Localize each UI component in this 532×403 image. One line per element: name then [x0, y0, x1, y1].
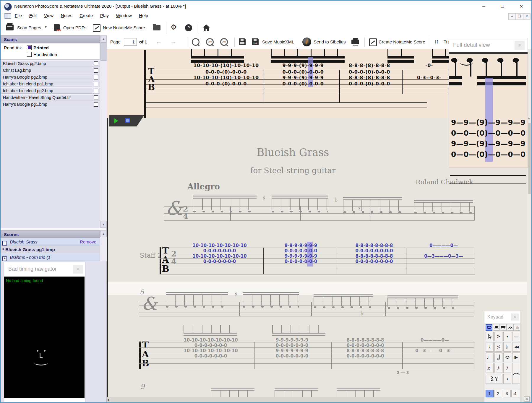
menu-play[interactable]: Play	[97, 12, 112, 19]
scroll-down-icon[interactable]: ▼	[100, 221, 107, 228]
scan-file-checkbox[interactable]	[94, 102, 98, 107]
scroll-up-icon[interactable]: ▲	[528, 116, 530, 119]
keypad-sharp-button[interactable]: ♯	[494, 342, 502, 352]
score-name[interactable]: Blueish Grass	[10, 239, 37, 244]
score-item-row[interactable]: + Brahms - horn trio (1	[1, 254, 100, 261]
keypad-page-1[interactable]: 1	[486, 390, 494, 397]
save-xml-icon[interactable]	[252, 38, 259, 45]
scan-file-row[interactable]: Ich aber bin elend pg2.bmp	[1, 87, 100, 94]
child-restore-button[interactable]: ❐	[516, 13, 523, 20]
menu-view[interactable]: View	[41, 12, 56, 19]
menu-notes[interactable]: Notes	[58, 12, 75, 19]
send-to-sibelius-button[interactable]: Send to Sibelius	[314, 39, 346, 44]
close-icon[interactable]: ✕	[515, 41, 525, 50]
scroll-up-icon[interactable]: ▲	[100, 35, 107, 42]
scans-scrollbar[interactable]: ▲ ▼	[100, 35, 107, 228]
remove-link[interactable]: Remove	[80, 238, 96, 246]
new-notateme-score-button[interactable]: New NotateMe Score	[103, 25, 145, 30]
transpose-icon[interactable]: ↓↑	[434, 38, 438, 45]
open-pdfs-button[interactable]: Open PDFs	[63, 25, 86, 30]
stop-icon[interactable]	[125, 118, 130, 123]
keypad-eighth-note-flag-button[interactable]: ♪	[494, 363, 502, 373]
scan-file-row[interactable]: Ich aber bin elend pg1.bmp	[1, 81, 100, 87]
scan-file-checkbox[interactable]	[94, 89, 98, 93]
help-icon[interactable]: ?	[185, 24, 192, 31]
scan-file-row[interactable]: Christ Lag.bmp	[1, 67, 100, 73]
keypad-sixteenth-note-button[interactable]: ♬	[486, 363, 494, 373]
keypad-whole-note-button[interactable]	[503, 352, 511, 362]
scan-file-checkbox[interactable]	[94, 82, 98, 86]
menu-help[interactable]: Help	[136, 12, 151, 19]
scores-scrollbar[interactable]: ▲	[100, 230, 107, 261]
scan-file-checkbox[interactable]	[94, 68, 98, 73]
keypad-rewind-button[interactable]: ◀◀	[512, 342, 520, 352]
keypad-page-3[interactable]: 3	[503, 390, 511, 397]
close-icon[interactable]: ✕	[73, 265, 83, 274]
scan-pages-button[interactable]: Scan Pages	[17, 25, 41, 30]
score-page-row-selected[interactable]: * Blueish Grass pg1.bmp	[1, 246, 100, 253]
keypad-natural-button[interactable]: ♮	[486, 342, 494, 352]
scan-file-row[interactable]: Harry's Boogie pg1.bmp	[1, 101, 100, 107]
keypad-eighth-note-button[interactable]: ♪	[503, 363, 511, 373]
next-page-icon[interactable]: →	[170, 38, 177, 46]
menu-file[interactable]: File	[12, 12, 25, 19]
keypad-tie-button[interactable]	[512, 363, 520, 384]
home-icon[interactable]	[203, 25, 210, 31]
open-folder-icon[interactable]	[153, 25, 160, 30]
child-close-button[interactable]: ×	[523, 13, 531, 20]
vertical-scrollbar[interactable]: ▲	[527, 49, 531, 398]
keypad-tab-beams-icon[interactable]	[500, 324, 507, 331]
scrollbar-thumb[interactable]	[528, 123, 531, 194]
keypad-accent-button[interactable]: >	[494, 332, 502, 341]
keypad-dot-button[interactable]: •	[503, 374, 511, 384]
scan-file-checkbox[interactable]	[94, 95, 98, 100]
scrollbar-thumb[interactable]	[100, 42, 107, 61]
scan-pages-dropdown-icon[interactable]: ▼	[44, 25, 47, 29]
keypad-quarter-note-button[interactable]: ♩	[486, 352, 494, 362]
scan-file-checkbox[interactable]	[94, 61, 98, 66]
page-number-input[interactable]: 1	[124, 38, 137, 46]
menu-window[interactable]: Window	[113, 12, 134, 19]
horizontal-scrollbar[interactable]: ‹	[107, 397, 519, 402]
menu-edit[interactable]: Edit	[26, 12, 40, 19]
keypad-page-2[interactable]: 2	[494, 390, 502, 397]
child-minimize-button[interactable]: –	[508, 13, 516, 20]
keypad-rests-button[interactable]	[486, 374, 502, 384]
keypad-tenuto-button[interactable]: —	[512, 332, 520, 341]
keypad-tab-fermata-icon[interactable]	[507, 324, 514, 331]
score-name[interactable]: Brahms - horn trio (1	[10, 255, 51, 260]
keypad-flat-button[interactable]: ♭	[503, 342, 511, 352]
resize-grip-icon[interactable]: ⇲	[524, 396, 530, 402]
printed-checkbox[interactable]	[27, 45, 32, 50]
scan-file-checkbox[interactable]	[94, 75, 98, 79]
save-musicxml-button[interactable]: Save MusicXML	[262, 39, 294, 44]
previous-page-icon[interactable]: ←	[155, 38, 162, 46]
keypad-tab-notes-icon[interactable]	[486, 324, 492, 331]
print-icon[interactable]	[351, 37, 359, 44]
handwritten-checkbox[interactable]	[27, 52, 32, 57]
minimize-button[interactable]: –	[477, 2, 490, 11]
scan-file-row[interactable]: Blueish Grass pg2.bmp	[1, 60, 100, 66]
score-item-row[interactable]: − Blueish Grass Remove	[1, 238, 100, 246]
keypad-half-note-button[interactable]	[494, 352, 502, 362]
collapse-icon[interactable]: −	[2, 241, 7, 246]
keypad-play-button[interactable]: ▶	[512, 352, 520, 362]
scroll-up-icon[interactable]: ▲	[100, 230, 107, 237]
keypad-pointer-button[interactable]	[486, 332, 494, 341]
save-icon[interactable]	[239, 38, 246, 45]
maximize-button[interactable]: □	[496, 2, 509, 11]
settings-gear-icon[interactable]: ⚙	[171, 24, 177, 31]
scan-file-row[interactable]: Harry's Boogie pg2.bmp	[1, 74, 100, 80]
zoom-icon[interactable]	[192, 38, 200, 46]
create-notateme-score-button[interactable]: Create NotateMe Score	[379, 39, 425, 44]
expand-icon[interactable]: +	[2, 256, 7, 261]
keypad-tab-accidentals-icon[interactable]: ♭♭	[514, 324, 520, 331]
scan-file-row[interactable]: Handwritten - Ravel String Quartet.tif	[1, 94, 100, 100]
keypad-staccato-button[interactable]: •	[503, 332, 511, 341]
zoom-100-icon[interactable]: 100	[206, 38, 214, 46]
keypad-tab-rests-icon[interactable]	[493, 324, 499, 331]
scroll-left-icon[interactable]: ‹	[108, 397, 109, 402]
menu-create[interactable]: Create	[77, 12, 96, 19]
zoom-200-icon[interactable]: 200	[220, 38, 228, 46]
play-icon[interactable]	[114, 118, 118, 124]
